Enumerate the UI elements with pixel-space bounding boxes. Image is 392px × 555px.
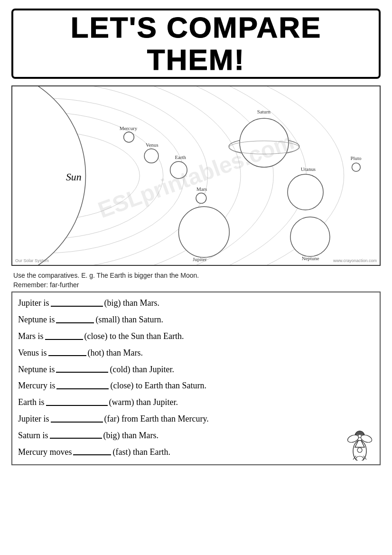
exercise-6-blank[interactable] (56, 379, 109, 389)
venus-label: Venus (146, 142, 159, 148)
exercise-1-hint: (big) (104, 296, 121, 310)
exercise-10-suffix: than Earth. (131, 445, 170, 459)
saturn-planet (240, 119, 289, 168)
exercise-row-6: Mercury is (close) to Earth than Saturn. (18, 379, 374, 393)
exercise-8-blank[interactable] (51, 412, 103, 423)
exercise-3-blank[interactable] (45, 329, 83, 340)
exercise-4-blank[interactable] (48, 346, 86, 357)
exercise-box: Jupiter is (big) than Mars. Neptune is (… (11, 292, 381, 465)
jupiter-label: Jupiter (193, 256, 207, 262)
exercise-4-suffix: than Mars. (104, 346, 143, 360)
exercise-4-hint: (hot) (88, 346, 104, 360)
exercise-8-suffix: from Earth than Mercury. (119, 412, 208, 426)
uranus-label: Uranus (301, 166, 316, 172)
exercise-2-prefix: Neptune is (18, 313, 55, 327)
mars-label: Mars (196, 186, 207, 192)
exercise-6-hint: (close) (110, 379, 133, 393)
sun-label: Sun (66, 171, 82, 183)
svg-point-11 (356, 456, 364, 461)
exercise-10-hint: (fast) (112, 445, 131, 459)
exercise-5-suffix: than Jupiter. (130, 363, 174, 376)
neptune-label: Neptune (302, 255, 319, 261)
exercise-9-hint: (big) (103, 429, 120, 442)
mercury-label: Mercury (120, 125, 138, 131)
exercise-row-1: Jupiter is (big) than Mars. (18, 296, 374, 310)
venus-planet (144, 149, 159, 163)
exercise-9-blank[interactable] (50, 429, 102, 439)
exercise-10-prefix: Mercury moves (18, 445, 72, 459)
instructions-text: Use the comparatives. E. g. The Earth is… (11, 272, 381, 279)
exercise-row-3: Mars is (close) to the Sun than Earth. (18, 329, 374, 343)
exercise-3-suffix: to the Sun than Earth. (107, 329, 184, 343)
exercise-6-prefix: Mercury is (18, 379, 55, 393)
earth-label: Earth (175, 155, 186, 160)
diagram-credit-left: Our Solar System (15, 258, 49, 263)
exercise-row-5: Neptune is (cold) than Jupiter. (18, 363, 374, 376)
page-title: LET'S COMPARE THEM! (11, 9, 381, 79)
exercise-7-blank[interactable] (46, 395, 108, 406)
exercise-2-hint: (small) (95, 313, 120, 327)
exercise-row-4: Venus is (hot) than Mars. (18, 346, 374, 360)
jupiter-planet (178, 207, 229, 258)
solar-system-svg: Sun Mercury Venus Earth Mars Jupiter Sat… (12, 86, 380, 265)
exercise-7-hint: (warm) (109, 395, 134, 409)
exercise-5-blank[interactable] (56, 363, 108, 373)
exercise-9-prefix: Saturn is (18, 429, 48, 442)
exercise-row-10: Mercury moves (fast) than Earth. (18, 445, 374, 459)
exercise-3-hint: (close) (84, 329, 108, 343)
exercise-row-7: Earth is (warm) than Jupiter. (18, 395, 374, 409)
exercise-row-8: Jupiter is (far) from Earth than Mercury… (18, 412, 374, 426)
remember-text: Remember: far-further (11, 281, 381, 289)
exercise-5-hint: (cold) (110, 363, 130, 376)
exercise-4-prefix: Venus is (18, 346, 47, 360)
exercise-8-hint: (far) (104, 412, 120, 426)
svg-point-14 (357, 448, 362, 452)
exercise-row-2: Neptune is (small) than Saturn. (18, 313, 374, 327)
pluto-label: Pluto (351, 156, 362, 161)
neptune-planet (290, 217, 330, 256)
mars-planet (196, 193, 206, 204)
exercise-9-suffix: than Mars. (120, 429, 159, 442)
exercise-2-blank[interactable] (56, 313, 94, 323)
exercise-1-prefix: Jupiter is (18, 296, 49, 310)
exercise-8-prefix: Jupiter is (18, 412, 49, 426)
diagram-credit-right: www.crayonaction.com (333, 258, 377, 263)
mercury-planet (124, 132, 134, 142)
exercise-row-9: Saturn is (big) than Mars. (18, 429, 374, 442)
exercise-2-suffix: than Saturn. (120, 313, 163, 327)
exercise-7-suffix: than Jupiter. (134, 395, 178, 409)
exercise-3-prefix: Mars is (18, 329, 44, 343)
uranus-planet (288, 174, 323, 210)
exercise-10-blank[interactable] (73, 445, 111, 456)
exercise-7-prefix: Earth is (18, 395, 45, 409)
exercise-1-suffix: than Mars. (121, 296, 159, 310)
bottom-decoration (331, 418, 374, 461)
exercise-1-blank[interactable] (51, 296, 103, 307)
earth-planet (170, 162, 187, 179)
angel-rocket-svg (331, 418, 374, 461)
exercise-6-suffix: to Earth than Saturn. (133, 379, 206, 393)
saturn-label: Saturn (257, 109, 271, 115)
exercise-5-prefix: Neptune is (18, 363, 55, 376)
solar-system-diagram: Sun Mercury Venus Earth Mars Jupiter Sat… (11, 85, 381, 266)
pluto-planet (352, 163, 361, 172)
